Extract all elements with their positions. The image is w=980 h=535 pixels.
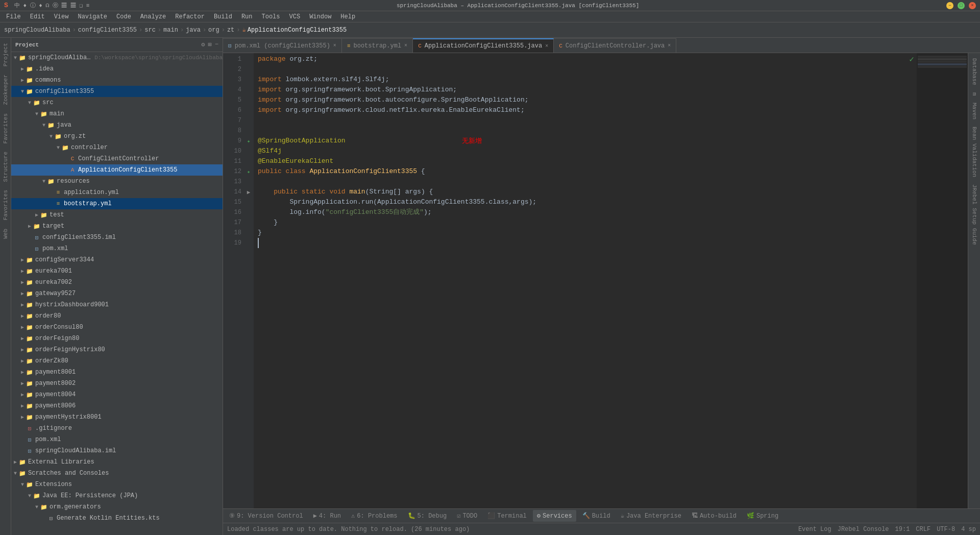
tree-item-payment8006[interactable]: ▶ 📁 payment8006	[11, 400, 223, 411]
tab-pom[interactable]: ⊡ pom.xml (configClient3355) ×	[223, 38, 342, 53]
menu-tools[interactable]: Tools	[258, 12, 284, 21]
breadcrumb-src[interactable]: src	[144, 27, 156, 34]
tab-controller[interactable]: C ConfigClientController.java ×	[554, 38, 676, 53]
tab-version-control[interactable]: ⑨ 9: Version Control	[225, 510, 307, 522]
tab-java-enterprise[interactable]: ☕ Java Enterprise	[617, 510, 685, 522]
tree-item-pom-root[interactable]: ⊡ pom.xml	[11, 434, 223, 445]
right-tool-database[interactable]: Database	[970, 55, 978, 88]
tree-item-orm[interactable]: ▼ 📁 orm.generators	[11, 501, 223, 513]
tree-item-gateway9527[interactable]: ▶ 📁 gateway9527	[11, 288, 223, 299]
left-label-project[interactable]: Project	[2, 40, 10, 69]
tree-item-hystrix9001[interactable]: ▶ 📁 hystrixDashboard9001	[11, 299, 223, 310]
menu-navigate[interactable]: Navigate	[74, 12, 111, 21]
tree-item-controller[interactable]: ▼ 📁 controller	[11, 142, 223, 153]
event-log-link[interactable]: Event Log	[798, 526, 831, 533]
tab-run[interactable]: ▶ 4: Run	[309, 510, 345, 522]
menu-edit[interactable]: Edit	[26, 12, 49, 21]
right-tool-m[interactable]: m	[970, 89, 978, 99]
right-tool-jrebel-setup[interactable]: JRebel Setup Guide	[970, 181, 978, 248]
menu-file[interactable]: File	[2, 12, 25, 21]
tree-item-eureka7002[interactable]: ▶ 📁 eureka7002	[11, 277, 223, 288]
tab-auto-build[interactable]: 🏗 Auto-build	[688, 510, 741, 522]
tree-item-idea[interactable]: ▶ 📁 .idea	[11, 63, 223, 75]
menu-analyze[interactable]: Analyze	[136, 12, 170, 21]
indent[interactable]: 4 sp	[961, 526, 976, 533]
left-label-favorites[interactable]: Favorites	[2, 110, 10, 147]
breadcrumb-class[interactable]: ☕ApplicationConfigClient3355	[242, 26, 347, 34]
breadcrumb-module[interactable]: configClient3355	[78, 27, 137, 34]
menu-refactor[interactable]: Refactor	[171, 12, 209, 21]
line-ending[interactable]: CRLF	[916, 526, 930, 533]
breadcrumb-zt[interactable]: zt	[227, 27, 234, 34]
tree-item-scratches[interactable]: ▼ 📁 Scratches and Consoles	[11, 468, 223, 479]
tab-close-icon[interactable]: ×	[404, 43, 407, 48]
close-button[interactable]: ×	[969, 2, 976, 9]
file-tree[interactable]: ▼ 📁 springCloudAlibaba D:\workspace\spri…	[11, 52, 223, 535]
tree-item-test[interactable]: ▶ 📁 test	[11, 209, 223, 221]
tab-close-icon[interactable]: ×	[545, 43, 548, 49]
tree-item-payment8001[interactable]: ▶ 📁 payment8001	[11, 367, 223, 378]
menu-vcs[interactable]: VCS	[285, 12, 305, 21]
tree-item-resources[interactable]: ▼ 📁 resources	[11, 176, 223, 187]
breadcrumb-org[interactable]: org	[208, 27, 219, 34]
tree-item-java[interactable]: ▼ 📁 java	[11, 119, 223, 131]
left-label-web[interactable]: Web	[2, 226, 10, 242]
tab-bootstrap[interactable]: ≡ bootstrap.yml ×	[342, 38, 413, 53]
tree-item-generate-kotlin[interactable]: ⊡ Generate Kotlin Entities.kts	[11, 513, 223, 524]
tree-item-external-libraries[interactable]: ▶ 📁 External Libraries	[11, 456, 223, 468]
tab-todo[interactable]: ☑ TODO	[453, 510, 481, 522]
tree-item-payment8002[interactable]: ▶ 📁 payment8002	[11, 378, 223, 389]
breadcrumb-project[interactable]: springCloudAlibaba	[4, 27, 70, 34]
tree-item-jpa[interactable]: ▼ 📁 Java EE: Persistence (JPA)	[11, 490, 223, 501]
tab-terminal[interactable]: ⬛ Terminal	[483, 510, 531, 522]
tree-item-orderconsul80[interactable]: ▶ 📁 orderConsul80	[11, 322, 223, 333]
menu-code[interactable]: Code	[112, 12, 135, 21]
minimize-button[interactable]: −	[946, 2, 953, 9]
left-label-favorites2[interactable]: Favorites	[2, 187, 10, 223]
breadcrumb-main[interactable]: main	[163, 27, 178, 34]
tree-item-extensions[interactable]: ▼ 📁 Extensions	[11, 479, 223, 490]
jrebel-console-link[interactable]: JRebel Console	[838, 526, 889, 533]
tab-appconfig[interactable]: C ApplicationConfigClient3355.java ×	[413, 38, 554, 53]
tree-item-configclient3355-iml[interactable]: ⊡ configClient3355.iml	[11, 232, 223, 243]
sidebar-collapse-icon[interactable]: −	[215, 41, 218, 48]
left-label-zookeeper[interactable]: Zookeeper	[2, 71, 10, 108]
tree-item-bootstrap-yml[interactable]: ≡ bootstrap.yml	[11, 198, 223, 209]
tree-item-main[interactable]: ▼ 📁 main	[11, 108, 223, 119]
tree-item-order80[interactable]: ▶ 📁 order80	[11, 310, 223, 322]
tab-debug[interactable]: 🐛 5: Debug	[404, 510, 451, 522]
tab-services[interactable]: ⚙ Services	[533, 510, 576, 522]
tree-item-commons[interactable]: ▶ 📁 commons	[11, 75, 223, 86]
tab-spring[interactable]: 🌿 Spring	[743, 510, 782, 522]
tree-item-gitignore[interactable]: ⊡ .gitignore	[11, 423, 223, 434]
sidebar-expand-icon[interactable]: ⊞	[208, 41, 212, 48]
encoding[interactable]: UTF-8	[937, 526, 955, 533]
tree-item-configserver3344[interactable]: ▶ 📁 configServer3344	[11, 254, 223, 265]
right-tool-bean-validation[interactable]: Bean Validation	[970, 124, 978, 180]
menu-help[interactable]: Help	[336, 12, 359, 21]
tree-item-eureka7001[interactable]: ▶ 📁 eureka7001	[11, 265, 223, 277]
breadcrumb-java[interactable]: java	[186, 27, 201, 34]
tree-item-orderfeign80[interactable]: ▶ 📁 orderFeign80	[11, 333, 223, 344]
menu-build[interactable]: Build	[210, 12, 236, 21]
tree-item-target[interactable]: ▶ 📁 target	[11, 221, 223, 232]
menu-view[interactable]: View	[50, 12, 73, 21]
code-editor[interactable]: package org.zt; import lombok.extern.slf…	[254, 53, 906, 508]
tree-item-orgzt[interactable]: ▼ 📁 org.zt	[11, 131, 223, 142]
maximize-button[interactable]: □	[958, 2, 965, 9]
tab-close-icon[interactable]: ×	[668, 43, 671, 48]
tree-item-pom-client[interactable]: ⊡ pom.xml	[11, 243, 223, 254]
title-bar-controls[interactable]: − □ ×	[946, 2, 976, 9]
tree-item-configclientcontroller[interactable]: ▶ C ConfigClientController	[11, 153, 223, 164]
tree-item-src[interactable]: ▼ 📁 src	[11, 97, 223, 108]
tree-item-appconfigclient3355[interactable]: ▶ A ApplicationConfigClient3355	[11, 164, 223, 176]
menu-run[interactable]: Run	[237, 12, 257, 21]
tree-item-configclient3355[interactable]: ▼ 📁 configClient3355	[11, 86, 223, 97]
tree-item-springcloudalibaba-iml[interactable]: ⊡ springCloudAlibaba.iml	[11, 445, 223, 456]
tree-item-payment8004[interactable]: ▶ 📁 payment8004	[11, 389, 223, 400]
right-tool-maven[interactable]: Maven	[970, 100, 978, 123]
tab-close-icon[interactable]: ×	[333, 43, 336, 48]
tree-item-orderzk80[interactable]: ▶ 📁 orderZk80	[11, 355, 223, 367]
menu-window[interactable]: Window	[305, 12, 335, 21]
tree-item-paymenthystrix8001[interactable]: ▶ 📁 paymentHystrix8001	[11, 411, 223, 423]
